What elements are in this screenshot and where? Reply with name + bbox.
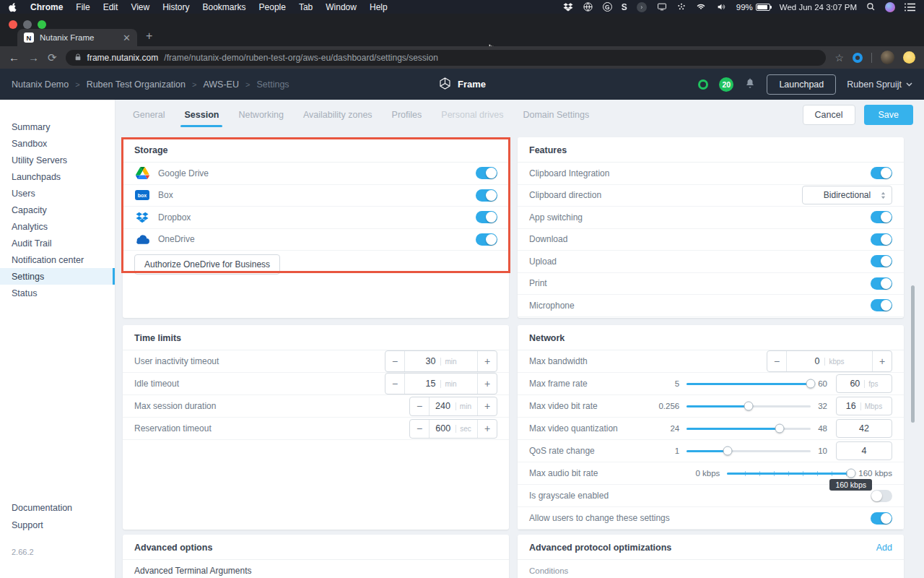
battery-indicator[interactable]: 99% [736, 3, 770, 12]
breadcrumb-region[interactable]: AWS-EU [203, 79, 239, 90]
microphone-toggle[interactable] [871, 299, 892, 311]
sidebar-item-users[interactable]: Users [0, 185, 115, 202]
menu-edit[interactable]: Edit [103, 2, 118, 12]
globe-status-icon[interactable] [583, 1, 593, 12]
sidebar-item-sandbox[interactable]: Sandbox [0, 135, 115, 152]
box-toggle[interactable] [476, 189, 497, 202]
allow-user-changes-toggle[interactable] [871, 512, 892, 525]
slider-handle[interactable] [744, 402, 754, 411]
sidebar-item-status[interactable]: Status [0, 285, 115, 301]
grayscale-toggle[interactable] [871, 490, 892, 502]
apple-icon[interactable] [9, 2, 17, 12]
download-toggle[interactable] [871, 233, 892, 246]
dropbox-status-icon[interactable] [563, 2, 573, 12]
increment-button[interactable]: + [477, 374, 497, 394]
s-app-status-icon[interactable]: S [622, 2, 627, 12]
menu-chrome[interactable]: Chrome [30, 2, 63, 12]
increment-button[interactable]: + [477, 351, 497, 371]
stepper-field[interactable]: 15min [405, 374, 477, 394]
sidebar-item-settings[interactable]: Settings [0, 268, 115, 285]
max-video-quantization-slider[interactable] [687, 428, 811, 430]
minimize-window-button[interactable] [23, 20, 32, 29]
slider-handle[interactable] [806, 379, 816, 389]
sidebar-item-support[interactable]: Support [12, 520, 72, 530]
tab-domain-settings[interactable]: Domain Settings [523, 100, 589, 130]
clipboard-direction-select[interactable]: Bidirectional [802, 186, 892, 204]
update-indicator-icon[interactable] [903, 51, 915, 64]
sidebar-item-notification-center[interactable]: Notification center [0, 251, 115, 268]
menu-bookmarks[interactable]: Bookmarks [203, 2, 246, 12]
slider-handle[interactable] [723, 447, 732, 456]
sidebar-item-launchpads[interactable]: Launchpads [0, 168, 115, 185]
g-app-status-icon[interactable]: G [603, 2, 612, 12]
clipboard-integration-toggle[interactable] [871, 167, 892, 179]
decrement-button[interactable]: − [410, 397, 430, 415]
sidebar-item-audit-trail[interactable]: Audit Trail [0, 235, 115, 251]
upload-toggle[interactable] [871, 255, 892, 267]
slider-handle[interactable] [775, 424, 785, 434]
cancel-button[interactable]: Cancel [803, 105, 855, 125]
max-video-bit-rate-value[interactable]: 16Mbps [836, 397, 892, 415]
stepper-field[interactable]: 600sec [430, 420, 477, 438]
volume-icon[interactable] [716, 2, 727, 12]
app-switching-toggle[interactable] [871, 211, 892, 223]
max-audio-bit-rate-slider[interactable] [727, 473, 851, 475]
browser-tab[interactable]: N Nutanix Frame ✕ [17, 29, 137, 46]
slider-handle[interactable] [847, 469, 856, 478]
save-button[interactable]: Save [864, 105, 914, 125]
tab-profiles[interactable]: Profiles [392, 100, 422, 130]
stepper-field[interactable]: 240min [430, 397, 477, 415]
bookmark-star-icon[interactable]: ☆ [834, 52, 844, 64]
stepper-field[interactable]: 30min [405, 351, 477, 371]
increment-button[interactable]: + [477, 420, 497, 438]
qos-rate-change-slider[interactable] [687, 450, 811, 452]
user-menu[interactable]: Ruben Spruijt [847, 79, 912, 90]
new-tab-button[interactable]: + [146, 30, 152, 42]
menu-history[interactable]: History [162, 2, 189, 12]
capacity-badge[interactable]: 20 [719, 77, 733, 92]
dots-status-icon[interactable] [677, 3, 686, 12]
menu-people[interactable]: People [259, 2, 286, 12]
tab-availability-zones[interactable]: Availability zones [303, 100, 372, 130]
menu-help[interactable]: Help [370, 2, 388, 12]
sidebar-item-analytics[interactable]: Analytics [0, 218, 115, 235]
sidebar-item-utility-servers[interactable]: Utility Servers [0, 152, 115, 168]
siri-icon[interactable] [885, 2, 895, 12]
authorize-onedrive-button[interactable]: Authorize OneDrive for Business [134, 254, 280, 275]
forward-button[interactable]: → [28, 52, 39, 63]
increment-button[interactable]: + [477, 397, 497, 415]
max-frame-rate-value[interactable]: 60fps [836, 374, 892, 393]
extension-icon[interactable] [853, 53, 863, 63]
decrement-button[interactable]: − [385, 351, 405, 371]
increment-button[interactable]: + [872, 351, 892, 371]
decrement-button[interactable]: − [767, 351, 787, 371]
add-optimization-link[interactable]: Add [876, 543, 892, 553]
browser-profile-avatar[interactable] [881, 51, 894, 64]
menu-tab[interactable]: Tab [299, 2, 313, 12]
onedrive-toggle[interactable] [476, 233, 497, 246]
circle-arrow-status-icon[interactable]: › [637, 2, 647, 12]
page-scrollbar[interactable] [911, 285, 915, 423]
max-frame-rate-slider[interactable] [687, 383, 811, 385]
notifications-bell-icon[interactable] [744, 77, 756, 91]
menubar-clock[interactable]: Wed Jun 24 3:07 PM [780, 3, 857, 12]
sidebar-item-capacity[interactable]: Capacity [0, 202, 115, 218]
breadcrumb-account[interactable]: Nutanix Demo [12, 79, 69, 90]
qos-rate-change-value[interactable]: 4 [836, 441, 892, 460]
airplay-display-icon[interactable] [656, 2, 668, 12]
max-video-bit-rate-slider[interactable] [687, 405, 811, 407]
spotlight-search-icon[interactable] [866, 2, 876, 12]
session-status-icon[interactable] [698, 79, 708, 90]
max-video-quantization-value[interactable]: 42 [836, 419, 892, 438]
launchpad-button[interactable]: Launchpad [767, 74, 836, 95]
back-button[interactable]: ← [9, 52, 19, 63]
close-window-button[interactable] [9, 20, 17, 29]
sidebar-item-summary[interactable]: Summary [0, 118, 115, 135]
wifi-icon[interactable] [695, 2, 707, 12]
decrement-button[interactable]: − [385, 374, 405, 394]
reload-button[interactable]: ⟳ [48, 52, 57, 63]
sidebar-item-documentation[interactable]: Documentation [12, 503, 72, 513]
google-drive-toggle[interactable] [476, 167, 497, 179]
dropbox-toggle[interactable] [476, 211, 497, 223]
tab-session[interactable]: Session [184, 100, 219, 130]
